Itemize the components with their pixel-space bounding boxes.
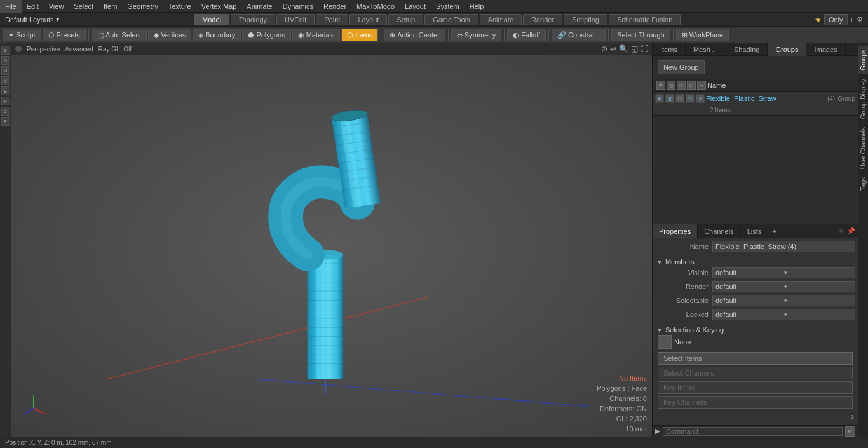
svg-rect-21 xyxy=(316,255,325,379)
vtab-user-channels[interactable]: User Channels xyxy=(858,123,868,173)
header-icon-plus[interactable]: + xyxy=(697,81,706,90)
menu-geometry[interactable]: Geometry xyxy=(122,0,163,13)
layout-tab-gametools[interactable]: Game Tools xyxy=(424,14,478,25)
menu-dynamics[interactable]: Dynamics xyxy=(278,0,318,13)
menu-render[interactable]: Render xyxy=(318,0,351,13)
presets-button[interactable]: ⬡ Presets xyxy=(43,29,86,41)
command-enter-button[interactable]: ↵ xyxy=(845,426,855,437)
constraints-button[interactable]: 🔗 Constrai... xyxy=(552,29,606,41)
layout-tab-setup[interactable]: Setup xyxy=(388,14,423,25)
props-tab-add[interactable]: + xyxy=(768,227,780,235)
viewport-icon-1[interactable]: ⊙ xyxy=(601,44,607,53)
left-tool-2[interactable]: D xyxy=(1,56,10,65)
only-button[interactable]: Only xyxy=(824,14,848,25)
left-tool-6[interactable]: P xyxy=(1,97,10,105)
menu-maxtomodo[interactable]: MaxToModo xyxy=(351,0,400,13)
item-icon-1[interactable]: ◎ xyxy=(665,94,674,103)
boundary-button[interactable]: ◈ Boundary xyxy=(193,29,241,41)
layout-tab-model[interactable]: Model xyxy=(194,14,229,25)
action-center-button[interactable]: ⊕ Action Center xyxy=(384,29,445,41)
viewport-icon-3[interactable]: 🔍 xyxy=(619,44,628,53)
add-layout-icon[interactable]: + xyxy=(850,16,854,24)
expand-arrow-icon[interactable]: › xyxy=(851,411,854,421)
header-icon-2[interactable]: □ xyxy=(677,81,686,90)
prop-render-dropdown[interactable]: default ▾ xyxy=(712,281,855,292)
select-through-button[interactable]: Select Through xyxy=(611,29,670,41)
key-items-button[interactable]: Key Items xyxy=(658,381,853,394)
layout-tab-topology[interactable]: Topology xyxy=(231,14,275,25)
vtab-groups[interactable]: Groups xyxy=(858,46,868,74)
left-tool-3[interactable]: M xyxy=(1,66,10,75)
prop-visible-dropdown[interactable]: default ▾ xyxy=(712,267,855,278)
scene-tab-groups[interactable]: Groups xyxy=(768,43,806,56)
prop-name-input[interactable] xyxy=(712,241,855,252)
left-tool-5[interactable]: E xyxy=(1,86,10,95)
viewport-icon-4[interactable]: ◱ xyxy=(631,44,638,53)
command-input[interactable] xyxy=(663,427,843,436)
items-button[interactable]: ⬡ Items xyxy=(341,29,378,41)
item-row-straw[interactable]: 👁 ◎ □ □ + Flexible_Plastic_Straw (4) Gro… xyxy=(653,92,858,105)
item-icon-2[interactable]: □ xyxy=(675,94,684,103)
new-group-button[interactable]: New Group xyxy=(658,60,705,74)
menu-system[interactable]: System xyxy=(431,0,465,13)
layout-tab-animate[interactable]: Animate xyxy=(480,14,522,25)
work-plane-button[interactable]: ⊞ WorkPlane xyxy=(676,29,729,41)
vtab-group-display[interactable]: Group Display xyxy=(858,75,868,123)
layout-tab-paint[interactable]: Paint xyxy=(316,14,348,25)
header-icon-3[interactable]: □ xyxy=(687,81,696,90)
header-icon-1[interactable]: ◎ xyxy=(667,81,675,90)
menu-vertex-map[interactable]: Vertex Map xyxy=(196,0,242,13)
viewport-canvas[interactable]: X Y Z No Items Polygons : Face Channels:… xyxy=(11,55,652,437)
menu-select[interactable]: Select xyxy=(69,0,98,13)
props-expand-icon[interactable]: ⊞ xyxy=(836,227,845,236)
sculpt-button[interactable]: ✦ Sculpt xyxy=(3,29,41,41)
props-pin-icon[interactable]: 📌 xyxy=(846,227,855,236)
left-tool-1[interactable]: S xyxy=(1,46,10,55)
select-channels-button[interactable]: Select Channels xyxy=(658,367,853,379)
menu-animate[interactable]: Animate xyxy=(241,0,277,13)
menu-edit[interactable]: Edit xyxy=(22,0,44,13)
layout-tab-scripting[interactable]: Scripting xyxy=(564,14,607,25)
settings-icon[interactable]: ⚙ xyxy=(857,15,863,24)
menu-view[interactable]: View xyxy=(44,0,69,13)
viewport-icon-2[interactable]: ↩ xyxy=(610,44,616,53)
falloff-button[interactable]: ◐ Falloff xyxy=(507,29,546,41)
item-icon-plus[interactable]: + xyxy=(696,94,705,103)
select-items-button[interactable]: Select Items xyxy=(658,352,853,365)
vtab-tags[interactable]: Tags xyxy=(858,173,868,194)
menu-item[interactable]: Item xyxy=(98,0,122,13)
scene-tab-shading[interactable]: Shading xyxy=(726,43,768,56)
props-tab-properties[interactable]: Properties xyxy=(653,224,698,238)
viewport-icon-5[interactable]: ⛶ xyxy=(641,44,648,53)
layout-tab-layout[interactable]: Layout xyxy=(349,14,387,25)
viewport[interactable]: Perspective Advanced Ray GL: Off ⊙ ↩ 🔍 ◱… xyxy=(11,43,652,437)
layout-tab-schematic[interactable]: Schematic Fusion xyxy=(609,14,681,25)
menu-texture[interactable]: Texture xyxy=(163,0,196,13)
item-icon-3[interactable]: □ xyxy=(686,94,695,103)
scene-tab-items[interactable]: Items xyxy=(653,43,686,56)
left-tool-4[interactable]: V xyxy=(1,76,10,85)
materials-button[interactable]: ◉ Materials xyxy=(292,29,341,41)
menu-file[interactable]: File xyxy=(0,0,22,13)
left-tool-8[interactable]: F xyxy=(1,117,10,126)
item-eye-icon[interactable]: 👁 xyxy=(655,94,664,103)
prop-locked-dropdown[interactable]: default ▾ xyxy=(712,309,855,320)
symmetry-button[interactable]: ⇔ Symmetry xyxy=(451,29,502,41)
layout-tab-uvedit[interactable]: UVEdit xyxy=(276,14,315,25)
key-channels-button[interactable]: Key Channels xyxy=(658,396,853,409)
scene-tab-images[interactable]: Images xyxy=(806,43,845,56)
polygons-button[interactable]: ⬟ Polygons xyxy=(242,29,290,41)
layout-tab-render[interactable]: Render xyxy=(523,14,562,25)
menu-help[interactable]: Help xyxy=(465,0,489,13)
work-plane-label: WorkPlane xyxy=(689,30,724,40)
vertices-button[interactable]: ◆ Vertices xyxy=(148,29,191,41)
left-tool-7[interactable]: C xyxy=(1,107,10,116)
layout-preset-selector[interactable]: Default Layouts ▾ xyxy=(0,15,65,24)
auto-select-button[interactable]: ⬚ Auto Select xyxy=(92,29,147,41)
header-icon-eye[interactable]: 👁 xyxy=(656,81,665,90)
menu-layout[interactable]: Layout xyxy=(400,0,431,13)
prop-selectable-dropdown[interactable]: default ▾ xyxy=(712,295,855,306)
props-tab-channels[interactable]: Channels xyxy=(698,224,740,238)
scene-tab-mesh[interactable]: Mesh ... xyxy=(686,43,726,56)
props-tab-lists[interactable]: Lists xyxy=(741,224,769,238)
